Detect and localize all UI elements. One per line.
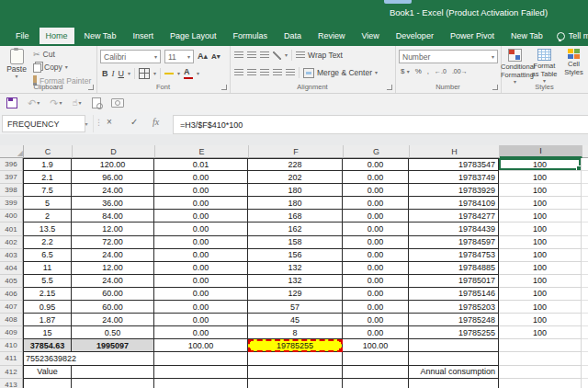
- cell-E409[interactable]: 0.00: [154, 326, 248, 339]
- tab-formulas-5[interactable]: Formulas: [224, 26, 276, 46]
- row-header-397[interactable]: 397: [0, 171, 23, 184]
- cell-C400[interactable]: 2: [23, 210, 72, 223]
- cell-G399[interactable]: 0.00: [343, 197, 409, 210]
- align-top-icon[interactable]: [234, 51, 243, 59]
- align-middle-icon[interactable]: [247, 51, 256, 59]
- tab-new-tab-2[interactable]: New Tab: [76, 26, 125, 46]
- cell-G403[interactable]: 0.00: [343, 249, 409, 262]
- cell-D408[interactable]: 24.00: [72, 314, 154, 326]
- name-box-dropdown-icon[interactable]: ▾: [80, 115, 94, 132]
- cell-I403[interactable]: 100: [499, 249, 582, 262]
- cell-G402[interactable]: 0.00: [343, 236, 409, 249]
- camera-button[interactable]: [111, 98, 124, 108]
- cell-F397[interactable]: 202: [248, 171, 343, 184]
- cell-G400[interactable]: 0.00: [343, 210, 409, 223]
- align-right-icon[interactable]: [260, 69, 269, 76]
- grow-font-icon[interactable]: A▴: [198, 52, 208, 61]
- fill-handle[interactable]: [576, 165, 582, 171]
- cell-H399[interactable]: 19784109: [409, 197, 499, 210]
- cell-I400[interactable]: 100: [499, 210, 582, 223]
- cell-G413[interactable]: [343, 379, 409, 388]
- cell-D402[interactable]: 72.00: [72, 236, 154, 249]
- cell-D411[interactable]: [72, 352, 154, 365]
- cell-F411[interactable]: [248, 352, 343, 365]
- decrease-decimal-button[interactable]: .00→: [452, 68, 468, 74]
- cell-F400[interactable]: 168: [248, 210, 343, 223]
- cell-D400[interactable]: 84.00: [72, 210, 154, 223]
- cell-D401[interactable]: 12.00: [72, 223, 154, 235]
- cell-H411[interactable]: [409, 352, 499, 365]
- tab-insert-3[interactable]: Insert: [124, 26, 162, 46]
- cell-H404[interactable]: 19784885: [409, 262, 499, 275]
- cell-F398[interactable]: 180: [248, 184, 343, 197]
- cell-D404[interactable]: 12.00: [72, 262, 154, 275]
- font-name-select[interactable]: Calibri▾: [100, 50, 161, 63]
- cell-I404[interactable]: 100: [499, 262, 582, 275]
- number-format-select[interactable]: Number▾: [399, 50, 498, 63]
- cell-C404[interactable]: 11: [23, 262, 72, 275]
- cell-E401[interactable]: 0.00: [154, 223, 248, 235]
- cell-styles-button[interactable]: Cell Styles: [560, 49, 588, 76]
- cell-E406[interactable]: 0.00: [154, 288, 248, 301]
- cell-G398[interactable]: 0.00: [343, 184, 409, 197]
- column-header-D[interactable]: D: [73, 145, 155, 158]
- wrap-text-button[interactable]: Wrap Text: [296, 51, 343, 60]
- cell-G409[interactable]: 0.00: [343, 326, 409, 339]
- copy-button[interactable]: Copy ▾: [33, 62, 91, 73]
- cell-G404[interactable]: 0.00: [343, 262, 409, 275]
- row-header-404[interactable]: 404: [0, 262, 23, 275]
- enter-button[interactable]: ✓: [130, 117, 138, 127]
- cell-H400[interactable]: 19784277: [409, 210, 499, 223]
- cell-I402[interactable]: 100: [499, 236, 582, 249]
- cell-E407[interactable]: 0.00: [154, 301, 248, 314]
- cell-C411[interactable]: 75523639822: [23, 352, 72, 365]
- undo-button[interactable]: ↶▾: [28, 98, 40, 108]
- cell-F396[interactable]: 228: [248, 158, 343, 171]
- cell-H410[interactable]: [409, 339, 499, 352]
- cell-H407[interactable]: 19785203: [409, 301, 499, 314]
- cell-H408[interactable]: 19785248: [409, 314, 499, 326]
- cell-I401[interactable]: 100: [499, 223, 582, 235]
- cell-F405[interactable]: 132: [248, 275, 343, 288]
- column-header-I[interactable]: I: [500, 145, 582, 158]
- name-box[interactable]: FREQUENCY: [2, 115, 85, 132]
- row-header-398[interactable]: 398: [0, 184, 23, 197]
- cell-C403[interactable]: 6.5: [23, 249, 72, 262]
- cell-H409[interactable]: 19785255: [409, 326, 499, 339]
- row-header-399[interactable]: 399: [0, 197, 23, 210]
- cancel-button[interactable]: ×: [107, 117, 112, 127]
- cell-I407[interactable]: 100: [499, 301, 582, 314]
- cell-D409[interactable]: 0.50: [72, 326, 154, 339]
- cell-C396[interactable]: 1.9: [23, 158, 72, 171]
- cell-I413[interactable]: [499, 379, 582, 388]
- row-header-396[interactable]: 396: [0, 158, 23, 171]
- cut-button[interactable]: ✂Cut: [33, 50, 91, 59]
- row-header-413[interactable]: 413: [0, 379, 23, 388]
- save-button[interactable]: [6, 97, 17, 108]
- cell-E400[interactable]: 0.00: [154, 210, 248, 223]
- cell-H402[interactable]: 19784597: [409, 236, 499, 249]
- row-header-409[interactable]: 409: [0, 326, 23, 339]
- cell-G396[interactable]: 0.00: [343, 158, 409, 171]
- cell-H403[interactable]: 19784753: [409, 249, 499, 262]
- tab-view-8[interactable]: View: [354, 26, 388, 46]
- cell-G406[interactable]: 0.00: [343, 288, 409, 301]
- cell-G411[interactable]: [343, 352, 409, 365]
- cell-E408[interactable]: 0.00: [154, 314, 248, 326]
- row-header-408[interactable]: 408: [0, 314, 23, 326]
- cell-D412[interactable]: [72, 366, 154, 379]
- insert-function-button[interactable]: fx: [153, 117, 159, 127]
- cell-I398[interactable]: 100: [499, 184, 582, 197]
- cell-C413[interactable]: [23, 379, 72, 388]
- cell-E413[interactable]: [154, 379, 248, 388]
- increase-indent-icon[interactable]: [286, 69, 295, 76]
- column-header-G[interactable]: G: [344, 145, 410, 158]
- cell-I399[interactable]: 100: [499, 197, 582, 210]
- decrease-indent-icon[interactable]: [273, 69, 282, 76]
- alignment-dialog-launcher[interactable]: [387, 85, 392, 90]
- cell-C397[interactable]: 2.1: [23, 171, 72, 184]
- cell-F408[interactable]: 45: [248, 314, 343, 326]
- fill-color-button[interactable]: [164, 72, 174, 74]
- row-header-400[interactable]: 400: [0, 210, 23, 223]
- cell-F406[interactable]: 129: [248, 288, 343, 301]
